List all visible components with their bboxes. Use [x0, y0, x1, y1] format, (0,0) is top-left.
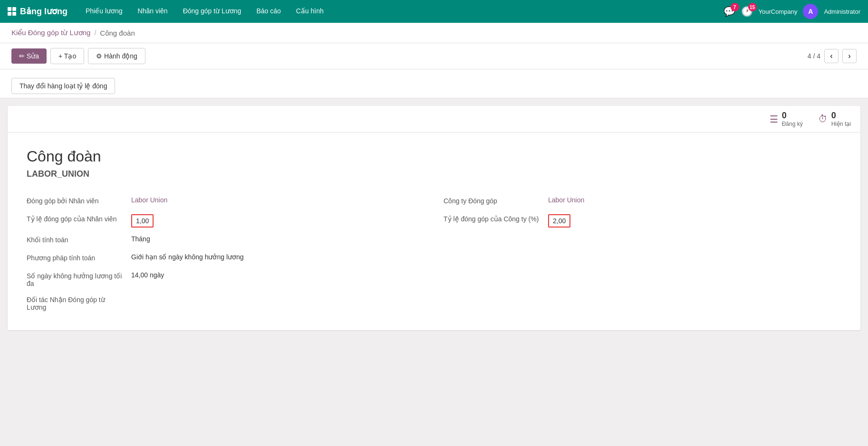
updates-badge: 15 [748, 3, 757, 11]
top-right-actions: 💬 7 🕐 15 YourCompany A Administrator [723, 4, 860, 19]
form-grid: Đóng góp bởi Nhân viên Labor Union Tỷ lệ… [27, 192, 841, 315]
field-value-khoi-tinh-toan: Tháng [131, 235, 150, 243]
stat-current-label: Hiện tại [831, 121, 851, 127]
stat-current-count: 0 [831, 111, 851, 121]
stat-registrations[interactable]: ☰ 0 Đăng ký [770, 111, 803, 127]
company-name[interactable]: YourCompany [759, 8, 798, 15]
field-so-ngay: Số ngày không hưởng lương tối đa 14,00 n… [27, 267, 415, 291]
breadcrumb-separator: / [94, 29, 96, 37]
field-label-cong-ty-dong-gop: Công ty Đóng góp [444, 196, 548, 205]
menu-nhan-vien[interactable]: Nhân viên [131, 0, 174, 23]
username[interactable]: Administrator [824, 8, 860, 15]
top-navigation: Bảng lương Phiếu lương Nhân viên Đóng gó… [0, 0, 868, 23]
form-right-section: Công ty Đóng góp Labor Union Tỷ lệ đóng … [434, 192, 841, 315]
field-value-so-ngay: 14,00 ngày [131, 271, 164, 279]
grid-icon [8, 7, 16, 16]
stat-current[interactable]: ⏱ 0 Hiện tại [818, 111, 851, 127]
field-phuong-phap: Phương pháp tính toán Giới hạn số ngày k… [27, 249, 415, 267]
stat-bar: ☰ 0 Đăng ký ⏱ 0 Hiện tại [8, 106, 860, 133]
menu-bao-cao[interactable]: Báo cáo [250, 0, 287, 23]
field-value-dong-gop-nhan-vien[interactable]: Labor Union [131, 196, 167, 204]
field-dong-gop-nhan-vien: Đóng góp bởi Nhân viên Labor Union [27, 192, 415, 210]
pager-text: 4 / 4 [808, 52, 820, 60]
field-label-phuong-phap: Phương pháp tính toán [27, 253, 131, 262]
bulk-action-bar: Thay đổi hàng loạt tỷ lệ đóng [0, 69, 868, 98]
action-button[interactable]: ⚙ Hành động [88, 48, 145, 64]
field-khoi-tinh-toan: Khối tính toán Tháng [27, 231, 415, 249]
avatar[interactable]: A [803, 4, 818, 19]
field-value-cong-ty-dong-gop[interactable]: Labor Union [548, 196, 584, 204]
field-label-ty-le-cong-ty: Tỷ lệ đóng góp của Công ty (%) [444, 214, 548, 223]
field-label-ty-le-nhan-vien: Tỷ lệ đóng góp của Nhân viên [27, 214, 131, 223]
stat-registrations-count: 0 [782, 111, 803, 121]
record-card: ☰ 0 Đăng ký ⏱ 0 Hiện tại Công đoàn LABOR… [8, 106, 860, 330]
record-code: LABOR_UNION [27, 169, 841, 179]
record-title: Công đoàn [27, 148, 841, 165]
bulk-change-button[interactable]: Thay đổi hàng loạt tỷ lệ đóng [11, 78, 115, 94]
edit-button[interactable]: ✏ Sửa [11, 48, 47, 64]
form-left-section: Đóng góp bởi Nhân viên Labor Union Tỷ lệ… [27, 192, 434, 315]
field-ty-le-nhan-vien: Tỷ lệ đóng góp của Nhân viên 1,00 [27, 210, 415, 231]
breadcrumb-parent[interactable]: Kiểu Đóng góp từ Lương [11, 28, 90, 37]
top-menu: Phiếu lương Nhân viên Đóng góp từ Lương … [79, 0, 723, 23]
app-logo[interactable]: Bảng lương [8, 6, 68, 17]
pager-prev-button[interactable]: ‹ [824, 49, 839, 63]
pager-next-button[interactable]: › [842, 49, 857, 63]
menu-phieu-luong[interactable]: Phiếu lương [79, 0, 129, 23]
field-label-doi-tac: Đối tác Nhận Đóng góp từ Lương [27, 295, 131, 311]
clock-icon: ⏱ [818, 114, 828, 124]
field-label-dong-gop-nhan-vien: Đóng góp bởi Nhân viên [27, 196, 131, 205]
menu-cau-hinh[interactable]: Cấu hình [289, 0, 330, 23]
main-content: ☰ 0 Đăng ký ⏱ 0 Hiện tại Công đoàn LABOR… [0, 106, 868, 330]
stat-registrations-label: Đăng ký [782, 121, 803, 127]
breadcrumb: Kiểu Đóng góp từ Lương / Công đoàn [0, 23, 868, 43]
menu-dong-gop[interactable]: Đóng góp từ Lương [176, 0, 248, 23]
action-bar: ✏ Sửa + Tạo ⚙ Hành động 4 / 4 ‹ › [0, 43, 868, 69]
field-value-ty-le-nhan-vien: 1,00 [131, 214, 154, 228]
notifications-button[interactable]: 💬 7 [723, 6, 735, 17]
breadcrumb-current: Công đoàn [100, 29, 135, 37]
field-value-phuong-phap: Giới hạn số ngày không hưởng lương [131, 253, 244, 261]
field-label-so-ngay: Số ngày không hưởng lương tối đa [27, 271, 131, 287]
field-cong-ty-dong-gop: Công ty Đóng góp Labor Union [444, 192, 841, 210]
record-body: Công đoàn LABOR_UNION Đóng góp bởi Nhân … [8, 133, 860, 330]
field-ty-le-cong-ty: Tỷ lệ đóng góp của Công ty (%) 2,00 [444, 210, 841, 231]
create-button[interactable]: + Tạo [50, 48, 84, 64]
field-label-khoi-tinh-toan: Khối tính toán [27, 235, 131, 244]
list-icon: ☰ [770, 114, 778, 125]
notifications-badge: 7 [731, 3, 739, 11]
app-title: Bảng lương [20, 6, 68, 17]
pager: 4 / 4 ‹ › [808, 49, 857, 63]
updates-button[interactable]: 🕐 15 [741, 6, 753, 17]
field-value-ty-le-cong-ty: 2,00 [548, 214, 570, 228]
field-doi-tac: Đối tác Nhận Đóng góp từ Lương [27, 291, 415, 315]
